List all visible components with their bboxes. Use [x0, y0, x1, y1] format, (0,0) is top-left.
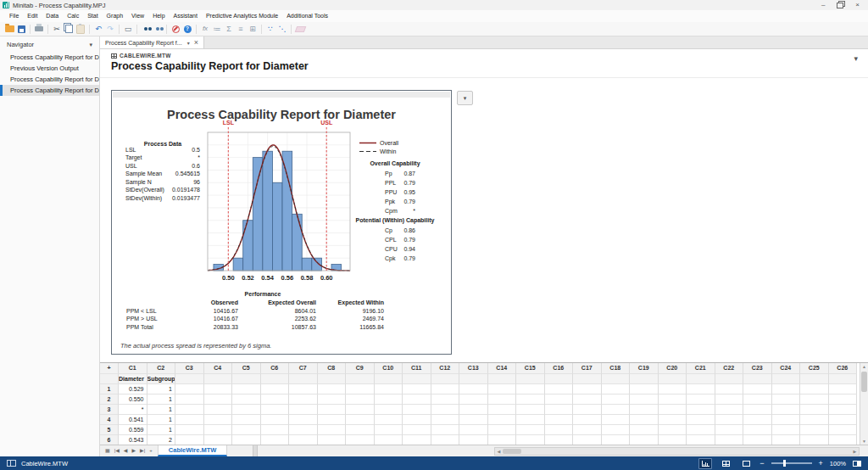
- vertical-scroll-thumb[interactable]: [861, 372, 867, 392]
- split-view-icon[interactable]: [853, 461, 861, 467]
- column-header-c12[interactable]: C12: [431, 363, 460, 374]
- cell-c14-r2[interactable]: [488, 394, 517, 405]
- column-header-c16[interactable]: C16: [545, 363, 574, 374]
- cell-c11-r2[interactable]: [403, 394, 431, 405]
- cell-c18-r3[interactable]: [602, 405, 631, 415]
- cell-c21-r3[interactable]: [687, 405, 715, 415]
- cell-c16-r4[interactable]: [545, 415, 574, 425]
- cell-c8-r3[interactable]: [318, 405, 347, 415]
- cell-c11-r4[interactable]: [403, 415, 431, 425]
- cell-c1-r1[interactable]: 0.529: [119, 384, 147, 394]
- column-name-c10[interactable]: [375, 374, 403, 384]
- cell-c3-r4[interactable]: [175, 415, 204, 425]
- cell-c24-r5[interactable]: [772, 425, 801, 435]
- column-name-c22[interactable]: [715, 374, 744, 384]
- cell-c4-r3[interactable]: [204, 405, 233, 415]
- column-name-c15[interactable]: [516, 374, 545, 384]
- cell-c26-r2[interactable]: [829, 394, 858, 405]
- cell-c10-r4[interactable]: [375, 415, 403, 425]
- menu-data[interactable]: Data: [42, 10, 63, 22]
- cell-c19-r5[interactable]: [630, 425, 659, 435]
- cell-c1-r2[interactable]: 0.550: [119, 394, 147, 405]
- cell-c16-r2[interactable]: [545, 394, 574, 405]
- navigator-item-1[interactable]: Process Capability Report for Di...: [0, 52, 99, 63]
- column-name-c12[interactable]: [431, 374, 460, 384]
- worksheet-list-icon[interactable]: ▦: [105, 445, 110, 456]
- open-project-icon[interactable]: [3, 23, 15, 35]
- cell-c5-r4[interactable]: [232, 415, 261, 425]
- cell-c7-r5[interactable]: [289, 425, 318, 435]
- cell-c22-r5[interactable]: [715, 425, 744, 435]
- column-header-c7[interactable]: C7: [289, 363, 318, 374]
- cell-c20-r1[interactable]: [659, 384, 687, 394]
- column-header-c21[interactable]: C21: [687, 363, 715, 374]
- column-header-c1[interactable]: C1: [119, 363, 147, 374]
- assign-formula-icon[interactable]: ≔: [211, 23, 223, 35]
- show-blank-view-icon[interactable]: [739, 458, 753, 469]
- cell-c5-r3[interactable]: [232, 405, 261, 415]
- tab-close-icon[interactable]: ×: [194, 39, 198, 47]
- next-worksheet-icon[interactable]: ▶: [131, 445, 136, 456]
- cell-c19-r3[interactable]: [630, 405, 659, 415]
- cell-c23-r1[interactable]: [743, 384, 772, 394]
- cell-c21-r1[interactable]: [687, 384, 715, 394]
- menu-file[interactable]: File: [5, 10, 23, 22]
- cell-c3-r1[interactable]: [175, 384, 204, 394]
- cell-c23-r2[interactable]: [743, 394, 772, 405]
- cell-c9-r4[interactable]: [346, 415, 375, 425]
- table-corner-cell[interactable]: +: [100, 363, 119, 374]
- menu-additional-tools[interactable]: Additional Tools: [282, 10, 332, 22]
- tab-dropdown-icon[interactable]: ▾: [187, 40, 190, 46]
- cell-c24-r4[interactable]: [772, 415, 801, 425]
- column-header-c3[interactable]: C3: [175, 363, 204, 374]
- column-name-c20[interactable]: [659, 374, 687, 384]
- cell-c22-r2[interactable]: [715, 394, 744, 405]
- zoom-slider[interactable]: [771, 462, 812, 464]
- table-horizontal-scrollbar[interactable]: ◀ ▶: [494, 447, 860, 456]
- cell-c6-r3[interactable]: [261, 405, 290, 415]
- cell-c25-r4[interactable]: [800, 415, 829, 425]
- column-header-c18[interactable]: C18: [602, 363, 631, 374]
- column-header-c20[interactable]: C20: [659, 363, 687, 374]
- column-header-c10[interactable]: C10: [375, 363, 403, 374]
- column-header-c22[interactable]: C22: [715, 363, 744, 374]
- redo-icon[interactable]: ↷: [104, 23, 116, 35]
- column-header-c25[interactable]: C25: [800, 363, 829, 374]
- column-name-c17[interactable]: [573, 374, 602, 384]
- cell-c24-r2[interactable]: [772, 394, 801, 405]
- zoom-slider-thumb[interactable]: [783, 460, 786, 467]
- column-header-c11[interactable]: C11: [403, 363, 431, 374]
- cell-c10-r2[interactable]: [375, 394, 403, 405]
- column-name-c8[interactable]: [318, 374, 347, 384]
- find-next-icon[interactable]: [152, 23, 164, 35]
- cell-c25-r2[interactable]: [800, 394, 829, 405]
- cell-c8-r1[interactable]: [318, 384, 347, 394]
- cell-c15-r2[interactable]: [516, 394, 545, 405]
- previous-worksheet-icon[interactable]: ◀: [124, 445, 128, 456]
- column-name-c21[interactable]: [687, 374, 715, 384]
- horizontal-scroll-thumb[interactable]: [503, 449, 521, 454]
- column-name-c14[interactable]: [488, 374, 517, 384]
- column-header-c14[interactable]: C14: [488, 363, 517, 374]
- column-statistics-icon[interactable]: Σ: [223, 23, 235, 35]
- cell-c6-r2[interactable]: [261, 394, 290, 405]
- cell-c25-r5[interactable]: [800, 425, 829, 435]
- cell-c20-r2[interactable]: [659, 394, 687, 405]
- column-name-c6[interactable]: [261, 374, 290, 384]
- worksheet-tab[interactable]: CableWire.MTW: [158, 445, 228, 456]
- cell-c13-r4[interactable]: [459, 415, 488, 425]
- cell-c12-r4[interactable]: [431, 415, 460, 425]
- cell-c2-r5[interactable]: 1: [147, 425, 176, 435]
- cell-c4-r1[interactable]: [204, 384, 233, 394]
- cell-c14-r5[interactable]: [488, 425, 517, 435]
- cell-c11-r1[interactable]: [403, 384, 431, 394]
- cell-c7-r3[interactable]: [289, 405, 318, 415]
- row-number-5[interactable]: 5: [100, 425, 119, 435]
- row-number-1[interactable]: 1: [100, 384, 119, 394]
- column-header-c2[interactable]: C2: [147, 363, 176, 374]
- row-number-4[interactable]: 4: [100, 415, 119, 425]
- cell-c7-r4[interactable]: [289, 415, 318, 425]
- cell-c13-r5[interactable]: [459, 425, 488, 435]
- cell-c9-r5[interactable]: [346, 425, 375, 435]
- close-button-icon[interactable]: ×: [855, 2, 860, 8]
